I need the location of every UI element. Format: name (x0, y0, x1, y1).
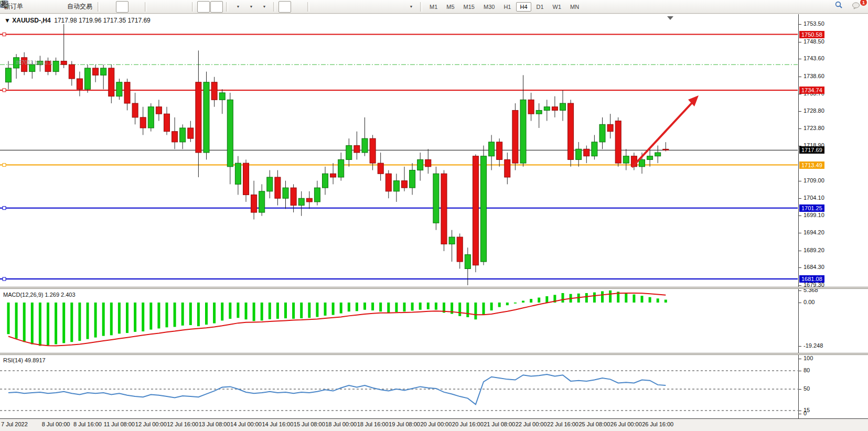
vertical-line-button[interactable] (313, 1, 325, 13)
axis-tick (799, 77, 801, 77)
time-tick-label: 22 Jul 16:00 (545, 421, 580, 427)
line-chart-type-button[interactable] (129, 1, 142, 13)
timeframe-m15[interactable]: M15 (460, 2, 478, 12)
periods-button[interactable]: ▼ (244, 1, 257, 13)
price-level-badge: 1750.58 (799, 31, 824, 38)
rsi-chart[interactable] (0, 355, 798, 418)
cursor-button[interactable] (278, 1, 291, 13)
timeframe-m5[interactable]: M5 (443, 2, 458, 12)
chart-region: ▼ XAUUSD-,H4 1717.98 1719.96 1717.35 171… (0, 14, 868, 431)
candlestick-type-button[interactable] (116, 1, 128, 13)
price-level-badge: 1701.25 (799, 204, 824, 212)
price-axis: 1753.501748.501743.601738.601733.701728.… (798, 14, 868, 418)
arrows-icon (0, 0, 8, 8)
notification-badge: 1 (860, 0, 867, 6)
panel-splitter[interactable] (0, 353, 868, 355)
axis-tick (799, 414, 801, 414)
time-tick-label: 13 Jul 08:00 (197, 421, 232, 427)
candlestick-chart[interactable]: #67013 buy 0.1 (0, 14, 798, 287)
macd-tick-label: 0.00 (803, 299, 815, 305)
macd-chart[interactable] (0, 289, 798, 353)
symbol-dropdown-marker[interactable]: ▼ (4, 17, 10, 24)
axis-tick (799, 389, 801, 390)
profile-button[interactable] (39, 1, 51, 13)
time-tick-label: 26 Jul 16:00 (640, 421, 675, 427)
axis-tick (799, 359, 801, 359)
macd-panel[interactable] (0, 289, 798, 353)
axis-tick (799, 346, 801, 347)
tile-windows-button[interactable] (176, 1, 189, 13)
search-icon (834, 1, 843, 9)
search-button[interactable] (834, 1, 847, 12)
timeframe-m1[interactable]: M1 (426, 2, 441, 12)
timeframe-d1[interactable]: D1 (533, 2, 548, 12)
text-label-button[interactable]: T (391, 1, 404, 13)
bar-chart-type-button[interactable] (103, 1, 115, 13)
equidistant-channel-button[interactable]: E (352, 1, 365, 13)
auto-trading-button[interactable]: 自动交易 (65, 1, 94, 13)
time-tick-label: 18 Jul 16:00 (356, 421, 390, 427)
trendline-button[interactable] (339, 1, 351, 13)
axis-tick (799, 94, 801, 94)
price-level-badge: 1713.49 (799, 161, 824, 169)
rsi-tick-label: 80 (803, 367, 810, 373)
axis-tick (799, 128, 801, 129)
price-tick-label: 1709.00 (803, 177, 824, 184)
axis-tick (799, 181, 801, 181)
price-tick-label: 1689.20 (803, 247, 824, 253)
notifications-button[interactable]: 1 (851, 1, 864, 12)
toolbar-separator (192, 2, 194, 12)
rsi-panel[interactable] (0, 355, 798, 418)
timeframe-mn[interactable]: MN (566, 2, 583, 12)
time-axis: 7 Jul 20228 Jul 00:008 Jul 16:0011 Jul 0… (0, 418, 868, 431)
price-level-badge: 1734.74 (799, 87, 824, 94)
time-tick-label: 26 Jul 00:00 (609, 421, 644, 427)
time-tick-label: 20 Jul 16:00 (451, 421, 485, 427)
indicators-button[interactable]: ▼ (231, 1, 244, 13)
time-tick-label: 12 Jul 00:00 (134, 421, 168, 427)
time-tick-label: 21 Jul 08:00 (482, 421, 517, 427)
time-tick-label: 11 Jul 08:00 (102, 421, 136, 427)
axis-tick (799, 285, 801, 286)
chart-shift-button[interactable] (210, 1, 223, 13)
auto-scroll-button[interactable] (197, 1, 210, 13)
panel-splitter[interactable] (0, 287, 868, 289)
price-tick-label: 1684.30 (803, 264, 824, 270)
price-tick-label: 1699.10 (803, 212, 824, 218)
rsi-tick-label: 0 (803, 410, 807, 416)
time-tick-label: 14 Jul 00:00 (229, 421, 263, 427)
chevron-down-icon: ▼ (237, 5, 240, 8)
axis-tick (799, 303, 801, 303)
axis-tick (799, 251, 801, 251)
arrows-button[interactable]: ▼ (404, 1, 417, 13)
macd-tick-label: -19.248 (803, 342, 823, 349)
price-tick-label: 1704.10 (803, 195, 824, 201)
charts-button[interactable] (26, 1, 38, 13)
signals-button[interactable] (52, 1, 65, 13)
crosshair-button[interactable] (292, 1, 304, 13)
timeframe-h1[interactable]: H1 (500, 2, 515, 12)
axis-tick (799, 411, 801, 411)
axis-tick (799, 42, 801, 42)
timeframe-h4[interactable]: H4 (516, 2, 531, 12)
time-tick-label: 18 Jul 00:00 (324, 421, 358, 427)
axis-tick (799, 59, 801, 59)
axis-tick (799, 267, 801, 268)
timeframe-m30[interactable]: M30 (480, 2, 498, 12)
toolbar-separator (307, 2, 309, 12)
timeframe-w1[interactable]: W1 (549, 2, 565, 12)
macd-label: MACD(12,26,9) 1.269 2.403 (3, 292, 76, 298)
price-tick-label: 1743.60 (803, 55, 824, 61)
chevron-down-icon: ▼ (263, 5, 266, 8)
price-tick-label: 1728.80 (803, 107, 824, 114)
horizontal-line-button[interactable] (326, 1, 338, 13)
price-chart-panel[interactable]: #67013 buy 0.1 (0, 14, 798, 287)
zoom-out-button[interactable] (163, 1, 176, 13)
text-button[interactable]: A (378, 1, 391, 13)
zoom-in-button[interactable] (150, 1, 163, 13)
time-tick-label: 22 Jul 00:00 (514, 421, 549, 427)
templates-button[interactable]: ▼ (258, 1, 270, 13)
price-tick-label: 1738.60 (803, 73, 824, 79)
time-tick-label: 8 Jul 00:00 (39, 421, 73, 427)
fibonacci-button[interactable]: F (365, 1, 378, 13)
